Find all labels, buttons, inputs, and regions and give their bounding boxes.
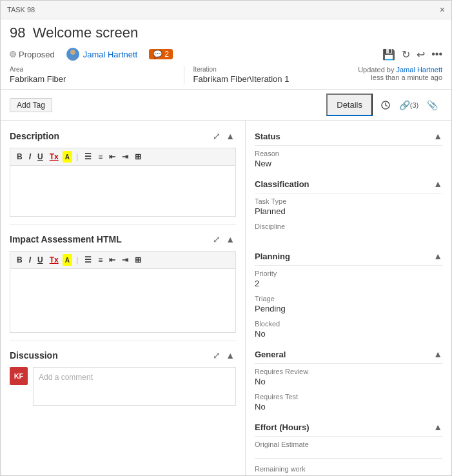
remaining-work-label: Remaining work	[255, 465, 442, 473]
priority-value[interactable]: 2	[255, 279, 442, 288]
updated-by: Jamal Hartnett	[396, 66, 442, 74]
discipline-field: Discipline	[255, 223, 442, 241]
tab-details[interactable]: Details	[326, 94, 373, 116]
left-panel: Description ⤢ ▲ B I U Tx A | ☰ ≡ ⇤ ⇥	[1, 121, 246, 475]
priority-field: Priority 2	[255, 270, 442, 288]
general-header: General ▲	[255, 345, 442, 364]
avatar	[66, 48, 79, 61]
svg-point-0	[70, 50, 75, 55]
close-button[interactable]: ×	[440, 5, 445, 15]
impact-image-btn[interactable]: ⊞	[132, 254, 144, 266]
planning-header: Planning ▲	[255, 247, 442, 266]
ol-btn[interactable]: ≡	[95, 151, 105, 163]
task-window: TASK 98 × 98 Welcome screen Proposed Ja	[0, 0, 452, 476]
description-title: Description	[10, 131, 59, 141]
description-section: Description ⤢ ▲ B I U Tx A | ☰ ≡ ⇤ ⇥	[10, 130, 236, 217]
undo-icon[interactable]: ↩	[417, 48, 425, 61]
underline-btn[interactable]: U	[35, 151, 46, 163]
collapse-classification-btn[interactable]: ▲	[433, 179, 442, 189]
discussion-avatar-initials: KF	[14, 372, 24, 380]
classification-section: Classification ▲ Task Type Planned Disci…	[255, 175, 442, 241]
status-section-header: Status ▲	[255, 127, 442, 146]
impact-text-color-btn[interactable]: Tx	[47, 254, 61, 266]
highlight-btn[interactable]: A	[63, 151, 72, 163]
impact-editor[interactable]	[10, 268, 236, 333]
triage-value[interactable]: Pending	[255, 304, 442, 313]
updated-section: Updated by Jamal Hartnett less than a mi…	[358, 66, 442, 84]
separator-toolbar: |	[74, 151, 81, 163]
task-type-value[interactable]: Planned	[255, 206, 442, 216]
discussion-controls: ⤢ ▲	[211, 349, 236, 362]
discipline-value[interactable]	[255, 232, 442, 241]
collapse-impact-btn[interactable]: ▲	[224, 233, 236, 246]
refresh-icon[interactable]: ↻	[402, 48, 410, 61]
requires-review-label: Requires Review	[255, 368, 442, 375]
remaining-work-field: Remaining work	[255, 465, 442, 475]
impact-underline-btn[interactable]: U	[35, 254, 46, 266]
impact-controls: ⤢ ▲	[211, 233, 236, 246]
iteration-label: Iteration	[193, 66, 359, 73]
iteration-value[interactable]: Fabrikam Fiber\Iteration 1	[193, 74, 359, 84]
attachments-tab-btn[interactable]: 📎	[422, 95, 442, 115]
requires-test-value[interactable]: No	[255, 402, 442, 412]
impact-ul-btn[interactable]: ☰	[82, 254, 94, 266]
planning-section: Planning ▲ Priority 2 Triage Pending Blo…	[255, 247, 442, 339]
assignee-section: Jamal Hartnett	[66, 48, 138, 61]
add-tag-button[interactable]: Add Tag	[10, 98, 52, 112]
more-icon[interactable]: •••	[431, 48, 442, 60]
collapse-description-btn[interactable]: ▲	[224, 130, 236, 143]
effort-section: Effort (Hours) ▲ Original Estimate Remai…	[255, 418, 442, 475]
expand-discussion-btn[interactable]: ⤢	[211, 349, 222, 362]
remaining-work-value[interactable]	[255, 474, 442, 475]
image-btn[interactable]: ⊞	[132, 151, 144, 163]
blocked-value[interactable]: No	[255, 329, 442, 339]
reason-label: Reason	[255, 150, 442, 157]
collapse-status-btn[interactable]: ▲	[433, 131, 442, 141]
impact-highlight-btn[interactable]: A	[63, 254, 72, 266]
italic-btn[interactable]: I	[26, 151, 34, 163]
general-title: General	[255, 350, 286, 359]
collapse-planning-btn[interactable]: ▲	[433, 251, 442, 261]
blocked-field: Blocked No	[255, 320, 442, 339]
collapse-general-btn[interactable]: ▲	[433, 349, 442, 359]
title-bar: TASK 98 ×	[1, 1, 451, 19]
planning-title: Planning	[255, 252, 290, 261]
bold-btn[interactable]: B	[14, 151, 25, 163]
status-section: Status ▲ Reason New	[255, 127, 442, 168]
classification-header: Classification ▲	[255, 175, 442, 193]
requires-review-value[interactable]: No	[255, 377, 442, 386]
discussion-placeholder: Add a comment	[39, 373, 93, 382]
impact-indent-btn[interactable]: ⇥	[119, 254, 131, 266]
discussion-input-row: KF Add a comment	[10, 367, 236, 406]
discussion-input[interactable]: Add a comment	[33, 367, 236, 406]
links-tab-btn[interactable]: 🔗 (3)	[398, 95, 419, 115]
requires-test-field: Requires Test No	[255, 393, 442, 412]
outdent-btn[interactable]: ⇤	[106, 151, 118, 163]
status-section-title: Status	[255, 132, 280, 141]
impact-outdent-btn[interactable]: ⇤	[106, 254, 118, 266]
description-editor[interactable]	[10, 165, 236, 217]
collapse-discussion-btn[interactable]: ▲	[224, 349, 236, 362]
comment-badge: 💬 2	[149, 49, 173, 59]
reason-value[interactable]: New	[255, 159, 442, 168]
expand-description-btn[interactable]: ⤢	[211, 130, 222, 143]
impact-italic-btn[interactable]: I	[26, 254, 34, 266]
impact-bold-btn[interactable]: B	[14, 254, 25, 266]
indent-btn[interactable]: ⇥	[119, 151, 131, 163]
impact-ol-btn[interactable]: ≡	[95, 254, 105, 266]
expand-impact-btn[interactable]: ⤢	[211, 233, 222, 246]
task-type-label: Task Type	[255, 197, 442, 205]
tag-section: Add Tag	[10, 98, 52, 112]
right-panel: Status ▲ Reason New Classification ▲ Tas…	[246, 121, 451, 475]
collapse-effort-btn[interactable]: ▲	[433, 422, 442, 432]
text-color-btn[interactable]: Tx	[47, 151, 61, 163]
area-value[interactable]: Fabrikam Fiber	[10, 74, 175, 84]
history-tab-btn[interactable]	[375, 95, 396, 115]
original-estimate-label: Original Estimate	[255, 441, 442, 448]
task-id: 98	[10, 25, 25, 41]
attachment-icon: 📎	[427, 100, 438, 110]
save-icon[interactable]: 💾	[382, 48, 395, 61]
ul-btn[interactable]: ☰	[82, 151, 94, 163]
original-estimate-value[interactable]	[255, 450, 442, 459]
assignee-name[interactable]: Jamal Hartnett	[83, 50, 138, 59]
